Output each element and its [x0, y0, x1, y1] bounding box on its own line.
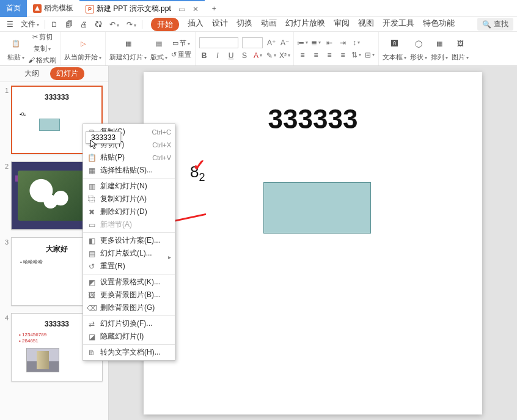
- ribbon-group-slides: ▦ 新建幻灯片 ▤ 版式 ▭节 ↺重置: [106, 32, 196, 65]
- ctx-duplicate-slide[interactable]: ⿻复制幻灯片(A): [83, 193, 175, 205]
- format-painter-button[interactable]: 🖌格式刷: [28, 56, 56, 65]
- paste-button[interactable]: 📋 粘贴: [7, 35, 24, 62]
- decrease-font-icon[interactable]: A⁻: [280, 38, 290, 48]
- font-family-select[interactable]: [199, 37, 238, 48]
- shape-icon: ◯: [411, 35, 427, 51]
- font-color-icon[interactable]: A: [253, 51, 263, 61]
- tab-slides[interactable]: 幻灯片: [50, 67, 84, 80]
- italic-icon[interactable]: I: [213, 51, 222, 61]
- layout-icon: ▤: [151, 35, 167, 51]
- text-direction-icon[interactable]: ⇅: [351, 50, 361, 60]
- tooltip: 333333: [86, 131, 121, 144]
- ctx-paste[interactable]: 📋粘贴(P)Ctrl+V: [83, 151, 175, 164]
- slide-title[interactable]: 333333: [144, 104, 482, 134]
- ctx-bg-format[interactable]: ◩设置背景格式(K)...: [83, 276, 175, 289]
- bold-icon[interactable]: B: [199, 51, 209, 61]
- redo-icon[interactable]: ↷: [123, 20, 139, 29]
- ribbon-group-clipboard: 📋 粘贴 ✂剪切 复制 🖌格式刷: [4, 32, 61, 65]
- tab-home[interactable]: 首页: [0, 0, 27, 17]
- ribbon-tab-slideshow[interactable]: 幻灯片放映: [285, 18, 325, 31]
- picture-button[interactable]: 🖼 图片: [452, 35, 469, 62]
- align-center-icon[interactable]: ≡: [311, 50, 321, 60]
- undo-icon[interactable]: ↶: [106, 20, 122, 29]
- outdent-icon[interactable]: ⇤: [324, 38, 334, 48]
- increase-font-icon[interactable]: A⁺: [266, 38, 276, 48]
- new-slide-button[interactable]: ▦ 新建幻灯片: [109, 35, 147, 62]
- context-menu: ⧉复制(C)Ctrl+C ✂剪切(T)Ctrl+X 📋粘贴(P)Ctrl+V ▦…: [82, 123, 175, 361]
- tab-outline[interactable]: 大纲: [24, 68, 39, 79]
- underline-icon[interactable]: U: [226, 51, 236, 61]
- to-text-icon: 🗎: [87, 348, 97, 358]
- layout-button[interactable]: ▤ 版式: [150, 35, 167, 62]
- align-right-icon[interactable]: ≡: [324, 50, 334, 60]
- ribbon-tab-insert[interactable]: 插入: [188, 18, 204, 31]
- slide-canvas[interactable]: 333333 82: [144, 72, 482, 414]
- highlight-icon[interactable]: ✎: [266, 51, 276, 61]
- ctx-more-design[interactable]: ◧更多设计方案(E)...: [83, 234, 175, 247]
- refresh-icon[interactable]: 🗘: [92, 20, 105, 29]
- ctx-paste-special[interactable]: ▦选择性粘贴(S)...: [83, 164, 175, 177]
- numbering-icon[interactable]: ≣: [311, 38, 321, 48]
- bg-format-icon: ◩: [87, 278, 97, 287]
- ctx-to-text-doc[interactable]: 🗎转为文字文档(H)...: [83, 346, 175, 359]
- slide-panel-tabs: 大纲 幻灯片: [0, 66, 108, 82]
- play-from-current-button[interactable]: ▷ 从当前开始: [64, 35, 101, 62]
- ctx-reset[interactable]: ↺重置(R): [83, 260, 175, 273]
- reset-icon: ↺: [87, 262, 97, 271]
- bullets-icon[interactable]: ≔: [298, 38, 307, 48]
- tab-current-document[interactable]: P 新建 PPT 演示文稿.ppt ▭ ✕: [79, 0, 205, 17]
- ctx-new-slide[interactable]: ▥新建幻灯片(N): [83, 180, 175, 193]
- ppt-file-icon: P: [86, 5, 94, 13]
- search-label: 查找: [494, 19, 508, 29]
- ribbon-tab-transition[interactable]: 切换: [237, 18, 252, 31]
- shape-button[interactable]: ◯ 形状: [410, 35, 427, 62]
- doc-restore-icon[interactable]: ▭: [178, 5, 185, 13]
- reset-button[interactable]: ↺重置: [171, 50, 191, 59]
- ctx-change-bg[interactable]: 🖼更换背景图片(B)...: [83, 289, 175, 301]
- search-box[interactable]: 🔍 查找: [477, 18, 513, 31]
- ctx-hide-slide[interactable]: ◪隐藏幻灯片(I): [83, 330, 175, 343]
- paste-special-icon: ▦: [87, 166, 97, 175]
- design-icon: ◧: [87, 236, 97, 246]
- line-spacing-icon[interactable]: ↕: [351, 38, 361, 48]
- ctx-delete-slide[interactable]: ✖删除幻灯片(D): [83, 205, 175, 218]
- tab-add-button[interactable]: +: [205, 0, 224, 17]
- copy-button[interactable]: 复制: [34, 44, 51, 53]
- hamburger-icon[interactable]: ☰: [4, 20, 16, 29]
- arrange-button[interactable]: ▦ 排列: [431, 35, 448, 62]
- ribbon-tab-view[interactable]: 视图: [358, 18, 374, 31]
- ribbon-tab-design[interactable]: 设计: [212, 18, 228, 31]
- tab-template-store[interactable]: 稻壳模板: [27, 0, 79, 17]
- new-icon[interactable]: 🗋: [48, 20, 61, 29]
- strike-icon[interactable]: S: [240, 51, 249, 61]
- ctx-delete-bg[interactable]: ⌫删除背景图片(G): [83, 301, 175, 314]
- ribbon-tab-dev[interactable]: 开发工具: [383, 18, 414, 31]
- play-icon: ▷: [75, 35, 91, 51]
- font-size-select[interactable]: [242, 37, 263, 48]
- thumb-number: 3: [2, 237, 9, 246]
- ribbon-tab-special[interactable]: 特色功能: [423, 18, 455, 31]
- align-justify-icon[interactable]: ≡: [338, 50, 348, 60]
- align-left-icon[interactable]: ≡: [298, 50, 307, 60]
- ribbon-tab-animation[interactable]: 动画: [261, 18, 277, 31]
- textbox-button[interactable]: 🅰 文本框: [383, 35, 406, 62]
- open-icon[interactable]: 🗐: [62, 20, 76, 29]
- ribbon: 📋 粘贴 ✂剪切 复制 🖌格式刷 ▷ 从当前开始 ▦ 新建幻灯片 ▤ 版式: [0, 32, 517, 66]
- section-button[interactable]: ▭节: [172, 39, 190, 48]
- cut-button[interactable]: ✂剪切: [32, 32, 53, 42]
- align-vert-icon[interactable]: ⊟: [365, 50, 375, 60]
- file-menu[interactable]: 文件: [18, 19, 42, 29]
- delete-bg-icon: ⌫: [87, 303, 97, 313]
- transition-icon: ⇄: [87, 319, 97, 329]
- ribbon-tab-review[interactable]: 审阅: [334, 18, 350, 31]
- thumb-number: 4: [2, 313, 9, 322]
- super-sub-icon[interactable]: X²: [280, 51, 290, 61]
- ctx-slide-layout[interactable]: ▤幻灯片版式(L)...: [83, 247, 175, 260]
- ribbon-tab-start[interactable]: 开始: [151, 18, 179, 31]
- indent-icon[interactable]: ⇥: [338, 38, 348, 48]
- ctx-slide-transition[interactable]: ⇄幻灯片切换(F)...: [83, 317, 175, 330]
- doc-close-icon[interactable]: ✕: [193, 5, 199, 13]
- rectangle-shape[interactable]: [263, 182, 371, 234]
- section-icon: ▭: [87, 220, 97, 230]
- print-icon[interactable]: 🖨: [77, 20, 90, 29]
